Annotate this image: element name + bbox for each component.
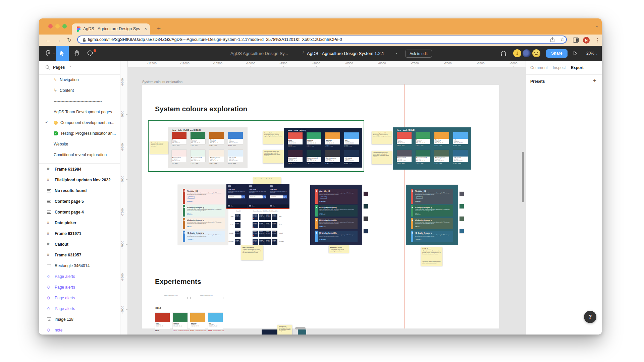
colour-swatch[interactable]: Info muted#2F6B8FHSL 203, 50, 37 — [453, 150, 468, 162]
browser-menu-icon[interactable]: ⋮ — [595, 37, 600, 44]
sticky-note[interactable]: Placed system colours with varied opacit… — [372, 151, 392, 164]
layer-item-component[interactable]: ◇note — [39, 325, 120, 335]
colour-swatch[interactable]: Error#E5564AHSL 5, 75, 59 — [288, 132, 303, 144]
token-tile[interactable]: #122646217, 59, 17 — [235, 222, 240, 228]
new-tab-button[interactable]: + — [157, 25, 161, 33]
sidebar-page-item[interactable]: ------------------------------------ — [39, 96, 120, 107]
tab-comment[interactable]: Comment — [530, 65, 548, 70]
split-view-icon[interactable] — [573, 38, 579, 43]
profile-avatar[interactable]: N — [583, 37, 590, 44]
sticky-note[interactable]: AgDS dark theme• Opacity was used on the… — [329, 245, 349, 253]
url-text[interactable]: figma.com/file/SgSHfK8AUadp7aEzD34ZG3/Ag… — [88, 37, 342, 42]
alert-component[interactable]: H3-display-fontgrid lgLorem ipsum dolor … — [411, 205, 453, 217]
sticky-note[interactable]: Prior to body shade/alt lightness and co… — [150, 141, 168, 154]
token-tile[interactable]: #1C3A6B217, 59, 26 — [259, 239, 265, 245]
file-menu-chevron-icon[interactable]: ⌄ — [395, 51, 398, 54]
site-header-strip[interactable]: Site titleService description that could… — [226, 184, 289, 209]
collaborator-avatar-j[interactable]: J — [513, 49, 521, 57]
alert-component[interactable]: H3-display-fontgrid lgLorem ipsum dolor … — [183, 205, 225, 217]
gold-swatch[interactable]: Warning#E8A33DHSL 36, 79, 57 — [190, 313, 205, 329]
palette-card[interactable]: New - dark (GOLD)Error#E8554CHSL 3, 77, … — [393, 127, 471, 170]
token-tile[interactable]: #17325E217, 60, 23 — [253, 231, 258, 237]
colour-swatch[interactable]: Warning#BF6A1FHSL 28, 72, 44 — [209, 132, 224, 144]
layer-item-component[interactable]: ◇Page alerts — [39, 293, 120, 303]
token-tile[interactable]: #132848217, 58, 18 — [253, 222, 258, 228]
colour-swatch[interactable]: Error#C13826HSL 7, 67, 45 — [172, 132, 186, 144]
tab-list-chevron-icon[interactable]: ⌄ — [595, 23, 599, 28]
canvas-heading-experiments[interactable]: Experiements — [155, 278, 201, 286]
layer-item-component[interactable]: ◇Page alerts — [39, 303, 120, 314]
partial-pill-shape[interactable] — [295, 327, 306, 329]
search-button[interactable] — [283, 195, 287, 198]
search-button[interactable] — [263, 195, 266, 198]
forward-icon[interactable]: → — [56, 37, 61, 44]
present-play-icon[interactable] — [572, 50, 578, 56]
frame-name-label[interactable]: System colours exploration — [142, 80, 182, 84]
token-tile[interactable]: #16305A217, 61, 22 — [272, 231, 277, 237]
bookmark-star-icon[interactable]: ☆ — [560, 37, 565, 42]
colour-swatch[interactable]: Info muted#E2F0FBHSL 206, 76, 94 — [228, 150, 243, 162]
close-tab-icon[interactable]: × — [144, 26, 147, 31]
layer-item-component[interactable]: ◇Page alerts — [39, 271, 120, 282]
colour-swatch[interactable]: Success#3F9E62HSL 142, 43, 43 — [416, 132, 430, 144]
colour-swatch[interactable]: Success#35A36CHSL 150, 51, 42 — [307, 132, 321, 144]
close-window-button[interactable] — [48, 24, 53, 28]
help-button[interactable]: ? — [584, 311, 596, 323]
colour-swatch[interactable]: Info#54AEF0HSL 205, 84, 64 — [453, 132, 468, 144]
token-tile[interactable]: #1C3A6B217, 59, 26 — [235, 239, 240, 245]
token-tile[interactable]: #0C1A31217, 61, 12 — [235, 214, 240, 220]
layer-item-frame[interactable]: #Callout — [39, 239, 120, 250]
alert-component[interactable]: H3-display-fontgrid lgLorem ipsum dolor … — [315, 231, 358, 242]
alert-group-card-teal[interactable]: Alert title - H3Lorem ipsum dolor sit am… — [406, 185, 458, 245]
token-tile[interactable]: #1B3866217, 58, 25 — [265, 239, 271, 245]
sticky-note[interactable]: Can current heavy yellow alt colour over… — [253, 177, 281, 184]
canvas-scrollbar[interactable] — [522, 152, 524, 202]
layer-item-rows[interactable]: No results found — [39, 185, 120, 196]
sidebar-page-item[interactable]: ↳Navigation — [39, 74, 120, 85]
palette-card[interactable]: New - dark (AgDS)Error#E5564AHSL 5, 75, … — [284, 128, 362, 168]
palette-card[interactable]: New - light (AgDS and GOLD)Error#C13826H… — [168, 127, 248, 168]
search-button[interactable] — [241, 195, 245, 198]
token-tile[interactable]: #112442217, 59, 16 — [265, 222, 271, 228]
sticky-note[interactable]: Wanted visual hierarchy as alerts are to… — [277, 325, 292, 335]
colour-swatch[interactable]: Success muted#E7F5EDHSL 146, 41, 93 — [191, 150, 205, 162]
sticky-note[interactable]: Increased lightness while maintaining si… — [372, 131, 392, 144]
alert-component[interactable]: H3-display-fontgrid lgLorem ipsum dolor … — [315, 205, 358, 217]
site-header-mock[interactable]: Site titleService description that could… — [248, 184, 268, 208]
search-input[interactable]: Search text — [228, 195, 241, 198]
layer-item-component[interactable]: ◇Page alerts — [39, 282, 120, 293]
menu-strip[interactable]: Menu — [226, 204, 247, 208]
share-button[interactable]: Share — [546, 49, 568, 58]
tab-export[interactable]: Export — [571, 65, 584, 70]
back-icon[interactable]: ← — [45, 37, 51, 44]
layer-item-rows[interactable]: Content page 5 — [39, 196, 120, 207]
sidebar-page-item[interactable]: ✓Testing: ProgressIndicator an... — [39, 128, 120, 139]
colour-swatch[interactable]: Warning#F09C3CHSL 32, 86, 59 — [325, 132, 340, 144]
colour-swatch[interactable]: Error muted#FBE9E7HSL 6, 71, 95 — [172, 150, 186, 162]
add-preset-button[interactable]: + — [593, 77, 596, 84]
sticky-note[interactable]: AgDS light theme• Opacity was used on th… — [241, 245, 263, 260]
tab-inspect[interactable]: Inspect — [553, 65, 566, 70]
token-tile[interactable]: #1C3A6B217, 59, 26 — [272, 239, 277, 245]
collaborator-avatar[interactable] — [523, 49, 531, 57]
minimize-window-button[interactable] — [55, 24, 60, 28]
partial-frame-navy[interactable] — [262, 329, 279, 335]
reload-icon[interactable]: ↻ — [67, 37, 71, 44]
muted-colour-chip[interactable] — [364, 192, 368, 196]
partial-frame-teal[interactable] — [298, 329, 306, 335]
colour-swatch[interactable]: Error muted#3A2438HSL 305, 23, 18 — [288, 150, 303, 162]
layer-item-rect[interactable]: Rectangle 3464014 — [39, 260, 120, 271]
alert-component[interactable]: H3-display-fontgrid lgLorem ipsum dolor … — [183, 231, 225, 242]
muted-colour-chip[interactable] — [460, 192, 464, 196]
maximize-window-button[interactable] — [62, 24, 67, 28]
main-menu-chevron-icon[interactable]: ⌄ — [52, 51, 55, 55]
layer-item-frame[interactable]: #Frame 631957 — [39, 250, 120, 260]
breadcrumb-file-name[interactable]: AgDS - Agriculture Design System 1.2.1 — [307, 51, 384, 56]
zoom-level[interactable]: 20% ⌄ — [586, 51, 598, 56]
token-tile[interactable]: #16305A217, 61, 22 — [259, 231, 265, 237]
colour-swatch[interactable]: Success muted#1C3A42HSL 192, 40, 18 — [307, 150, 321, 162]
menu-strip[interactable]: Menu — [268, 204, 289, 208]
alert-component[interactable]: H3-display-fontgrid lgLorem ipsum dolor … — [315, 218, 358, 229]
gold-swatch[interactable]: Info#56B9E8HSL 199, 76, 62 — [208, 313, 223, 329]
share-icon[interactable] — [550, 37, 555, 42]
